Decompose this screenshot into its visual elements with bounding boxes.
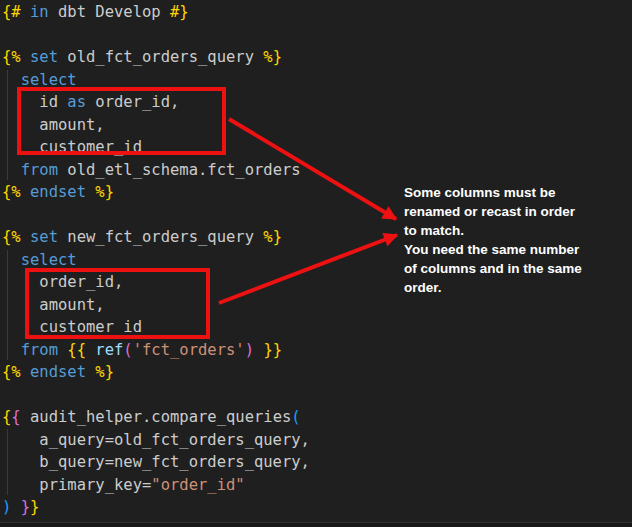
annotation-note-line: to match. [404, 221, 626, 240]
code-line[interactable]: from {{ ref('fct_orders') }} [2, 339, 310, 362]
code-token [11, 498, 20, 516]
code-token: #} [170, 3, 189, 21]
code-token: {# [2, 3, 21, 21]
code-token: primary_key= [2, 476, 151, 494]
code-token: from [21, 161, 58, 179]
code-editor-text-area[interactable]: {# in dbt Develop #} {% set old_fct_orde… [2, 1, 310, 519]
code-token: ( [123, 341, 132, 359]
code-token [2, 341, 21, 359]
code-token: b_query=new_fct_orders_query, [2, 453, 310, 471]
code-token: }} [263, 341, 282, 359]
code-token: %} [263, 48, 282, 66]
code-token [21, 363, 30, 381]
code-line[interactable]: {% endset %} [2, 361, 310, 384]
code-editor-window: {# in dbt Develop #} {% set old_fct_orde… [0, 0, 632, 527]
code-token: set [30, 228, 58, 246]
code-token [2, 161, 21, 179]
code-token: } [21, 498, 30, 516]
code-line[interactable] [2, 24, 310, 47]
code-token: ( [291, 408, 300, 426]
code-token: dbt Develop [49, 3, 170, 21]
code-token: select [21, 71, 77, 89]
code-token: "order_id" [151, 476, 244, 494]
code-line[interactable]: {# in dbt Develop #} [2, 1, 310, 24]
code-line[interactable]: {% endset %} [2, 181, 310, 204]
code-token: {{ [67, 341, 86, 359]
code-token: select [21, 251, 77, 269]
code-line[interactable]: a_query=old_fct_orders_query, [2, 429, 310, 452]
code-token: in [30, 3, 49, 21]
code-token: endset [30, 183, 86, 201]
code-token [21, 3, 30, 21]
code-token: new_fct_orders_query [58, 228, 263, 246]
code-line[interactable]: b_query=new_fct_orders_query, [2, 451, 310, 474]
code-token: old_fct_orders_query [58, 48, 263, 66]
code-line[interactable]: from old_etl_schema.fct_orders [2, 159, 310, 182]
annotation-note: Some columns must berenamed or recast in… [404, 183, 626, 297]
highlight-box-new-select-columns [25, 268, 210, 339]
code-token: old_etl_schema.fct_orders [58, 161, 301, 179]
code-line[interactable]: {% set new_fct_orders_query %} [2, 226, 310, 249]
code-token: ) [245, 341, 254, 359]
annotation-note-line: order. [404, 278, 626, 297]
code-token [86, 183, 95, 201]
code-token [58, 341, 67, 359]
code-token [21, 48, 30, 66]
code-token: ) [2, 498, 11, 516]
annotation-note-line: renamed or recast in order [404, 202, 626, 221]
code-token [2, 71, 21, 89]
code-token: from [21, 341, 58, 359]
code-token [2, 251, 21, 269]
code-token: set [30, 48, 58, 66]
code-token: } [30, 498, 39, 516]
code-token: {% [2, 363, 21, 381]
code-token: {% [2, 228, 21, 246]
code-token: ref [95, 341, 123, 359]
code-token: { [11, 408, 20, 426]
code-line[interactable]: primary_key="order_id" [2, 474, 310, 497]
code-token: %} [95, 183, 114, 201]
code-line[interactable] [2, 384, 310, 407]
code-token: audit_helper.compare_queries [21, 408, 292, 426]
code-line[interactable] [2, 204, 310, 227]
annotation-note-line: You need the same number [404, 240, 626, 259]
code-token [86, 341, 95, 359]
code-token [21, 228, 30, 246]
code-line[interactable]: {{ audit_helper.compare_queries( [2, 406, 310, 429]
code-token: %} [263, 228, 282, 246]
code-token: %} [95, 363, 114, 381]
code-token [254, 341, 263, 359]
code-line[interactable]: ) }} [2, 496, 310, 519]
code-line[interactable]: {% set old_fct_orders_query %} [2, 46, 310, 69]
code-token: endset [30, 363, 86, 381]
annotation-note-line: Some columns must be [404, 183, 626, 202]
annotation-note-line: of columns and in the same [404, 259, 626, 278]
code-token: {% [2, 183, 21, 201]
code-token: { [2, 408, 11, 426]
highlight-box-old-select-columns [17, 87, 226, 155]
code-token [21, 183, 30, 201]
code-token: a_query=old_fct_orders_query, [2, 431, 310, 449]
code-token: 'fct_orders' [133, 341, 245, 359]
code-token: {% [2, 48, 21, 66]
code-token [86, 363, 95, 381]
horizontal-scrollbar-track[interactable] [0, 522, 632, 527]
